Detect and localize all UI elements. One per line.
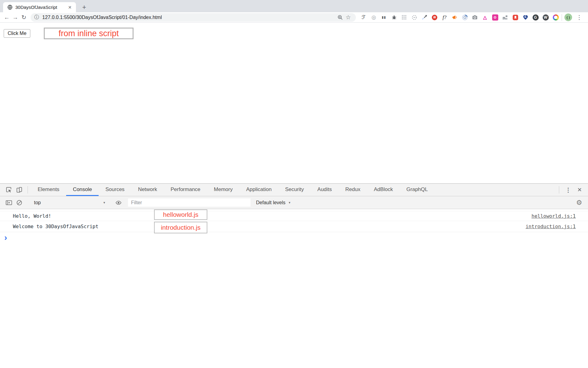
inline-script-annotation-box: from inline script [44, 28, 134, 39]
f-question-extension-icon[interactable]: f? [441, 14, 448, 21]
browser-toolbar: ← → ↻ ⓘ 127.0.0.1:5500/30DaysOfJavaScrip… [0, 12, 588, 23]
url-text[interactable]: 127.0.0.1:5500/30DaysOfJavaScript/01-Day… [42, 15, 336, 20]
g-letter: G [533, 14, 539, 21]
chevron-down-icon: ▼ [288, 201, 291, 204]
corner-snippet-extension-icon[interactable] [502, 14, 509, 21]
swirl-extension-icon[interactable]: ◎ [370, 14, 377, 21]
tab-memory[interactable]: Memory [207, 184, 239, 196]
tab-sources[interactable]: Sources [99, 184, 131, 196]
back-icon[interactable]: ← [2, 13, 11, 22]
tab-graphql[interactable]: GraphQL [400, 184, 435, 196]
console-toolbar: top ▼ Default levels ▼ ⚙ [0, 196, 588, 209]
camera-extension-icon[interactable] [471, 14, 478, 21]
devtools-more-icon[interactable]: ⋮ [562, 186, 574, 194]
stop-hand-extension-icon[interactable] [431, 14, 438, 21]
context-selector-value: top [34, 200, 41, 205]
tab-application[interactable]: Application [239, 184, 278, 196]
browser-tab-strip: 30DaysOfJavaScript ✕ + [0, 0, 588, 12]
console-output: Hello, World! helloworld.js:1 Welcome to… [0, 209, 588, 368]
tab-audits[interactable]: Audits [311, 184, 338, 196]
apollo-graphql-extension-icon[interactable]: △ [481, 14, 488, 21]
introduction-annotation-box: introduction.js [154, 222, 207, 233]
chrome-menu-icon[interactable]: ⋮ [575, 14, 583, 21]
w-circle-extension-icon[interactable]: W [542, 14, 549, 21]
grid-extension-icon[interactable] [401, 14, 408, 21]
tab-security[interactable]: Security [278, 184, 311, 196]
source-link[interactable]: introduction.js:1 [526, 224, 576, 229]
eye-icon[interactable] [113, 200, 124, 206]
devtools-right-separator [559, 186, 559, 194]
console-message-text: Hello, World! [13, 213, 51, 219]
page-content: Click Me from inline script [0, 23, 588, 183]
tab-performance[interactable]: Performance [164, 184, 207, 196]
eyedropper-extension-icon[interactable] [421, 14, 428, 21]
log-levels-dropdown[interactable]: Default levels ▼ [256, 200, 291, 205]
tab-console[interactable]: Console [66, 184, 99, 196]
console-message-row: Hello, World! helloworld.js:1 [0, 211, 588, 221]
context-selector[interactable]: top ▼ [31, 200, 107, 205]
bookmark-star-icon[interactable]: ☆ [344, 13, 352, 21]
bug-extension-icon[interactable] [390, 14, 398, 21]
settings-gear-icon[interactable]: ⚙ [574, 199, 584, 207]
tab-title: 30DaysOfJavaScript [15, 5, 67, 10]
timer-circle-extension-icon[interactable] [411, 14, 418, 21]
log-levels-label: Default levels [256, 200, 285, 205]
helloworld-annotation-box: helloworld.js [154, 209, 207, 220]
chevron-down-icon: ▼ [103, 201, 106, 204]
helloworld-annotation-text: helloworld.js [163, 211, 198, 218]
fonts-extension-icon[interactable]: ℱ [360, 14, 367, 21]
tab-close-icon[interactable]: ✕ [67, 4, 73, 10]
console-prompt[interactable]: › [0, 232, 588, 243]
heart-search-extension-icon[interactable] [522, 14, 529, 21]
tab-adblock[interactable]: AdBlock [367, 184, 400, 196]
tab-redux[interactable]: Redux [339, 184, 367, 196]
filter-input[interactable] [128, 198, 251, 207]
inline-script-text: from inline script [58, 29, 119, 38]
devtools-separator [28, 186, 28, 194]
g-circle-extension-icon[interactable]: G [532, 14, 539, 21]
click-me-button[interactable]: Click Me [4, 29, 30, 38]
red-bookmark-extension-icon[interactable] [512, 14, 519, 21]
introduction-annotation-text: introduction.js [161, 224, 201, 231]
zoom-icon[interactable] [336, 13, 344, 21]
address-bar[interactable]: ⓘ 127.0.0.1:5500/30DaysOfJavaScript/01-D… [31, 13, 356, 22]
source-link[interactable]: helloworld.js:1 [532, 213, 576, 219]
forward-icon[interactable]: → [11, 13, 20, 22]
console-message-text: Welcome to 30DaysOfJavaScript [13, 224, 98, 229]
browser-tab[interactable]: 30DaysOfJavaScript ✕ [3, 2, 76, 12]
orbit-circle-extension-icon[interactable] [461, 14, 468, 21]
devtools-close-icon[interactable]: ✕ [574, 186, 585, 193]
profile-avatar[interactable]: { } [564, 13, 572, 21]
tab-network[interactable]: Network [131, 184, 164, 196]
console-message-row: Welcome to 30DaysOfJavaScript introducti… [0, 221, 588, 232]
gear-glyph: ⚙ [492, 14, 498, 21]
devtools-tab-bar: Elements Console Sources Network Perform… [0, 184, 588, 196]
toolbar-separator [562, 14, 562, 21]
tab-elements[interactable]: Elements [31, 184, 66, 196]
console-sidebar-icon[interactable] [4, 200, 14, 206]
devtools-panel: Elements Console Sources Network Perform… [0, 183, 588, 368]
prompt-chevron-icon: › [4, 233, 7, 242]
new-tab-button[interactable]: + [79, 2, 89, 12]
rainbow-ring-extension-icon[interactable] [552, 14, 559, 21]
pink-settings-extension-icon[interactable]: ⚙ [492, 14, 499, 21]
globe-favicon [7, 5, 13, 10]
pause-bars-extension-icon[interactable]: ▮▮ [380, 14, 387, 21]
inspect-icon[interactable] [4, 184, 14, 196]
clear-console-icon[interactable] [14, 200, 24, 206]
site-info-icon[interactable]: ⓘ [34, 14, 39, 21]
w-letter: W [543, 14, 549, 21]
device-toolbar-icon[interactable] [14, 184, 24, 196]
megaphone-extension-icon[interactable] [451, 14, 458, 21]
reload-icon[interactable]: ↻ [20, 13, 28, 22]
extensions-row: ℱ ◎ ▮▮ [360, 14, 559, 21]
